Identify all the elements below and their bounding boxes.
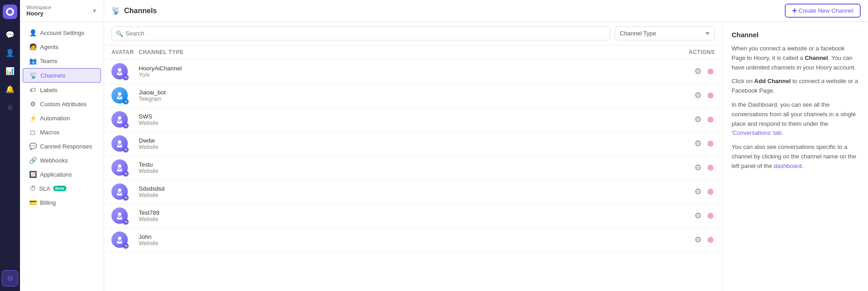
channel-delete-button[interactable]: ⊗ <box>706 114 715 124</box>
table-row: ⚙ Sdsdsdsd Website ⚙ ⊗ <box>104 180 722 204</box>
svg-point-41 <box>120 241 121 242</box>
svg-point-2 <box>118 68 121 72</box>
channel-name: Dwdw <box>139 137 669 144</box>
svg-point-37 <box>118 237 121 240</box>
channel-name: SWS <box>139 113 669 120</box>
sidebar-item-label: Teams <box>40 58 57 64</box>
channel-avatar: ⚙ <box>111 232 139 248</box>
macros-icon: ◻ <box>29 128 36 136</box>
sidebar-item-label: Webhooks <box>40 157 68 164</box>
sidebar-item-label: Applications <box>40 171 72 178</box>
nav-icon-notifications[interactable]: 🔔 <box>2 81 18 97</box>
channel-type-select[interactable]: Channel Type Website Telegram YoAi <box>615 26 715 40</box>
sidebar-item-agents[interactable]: 🧑 Agents <box>23 40 101 54</box>
channel-type: Website <box>139 120 669 126</box>
sidebar-item-label: Billing <box>40 199 56 206</box>
info-panel-p1: When you connect a website or a facebook… <box>732 44 859 72</box>
svg-point-1 <box>8 10 12 14</box>
table-row: ⚙ Dwdw Website ⚙ ⊗ <box>104 132 722 156</box>
svg-point-7 <box>118 92 121 96</box>
svg-point-15 <box>119 121 120 122</box>
channel-settings-button[interactable]: ⚙ <box>693 66 702 76</box>
webhooks-icon: 🔗 <box>29 157 36 164</box>
channel-settings-button[interactable]: ⚙ <box>693 138 702 148</box>
channel-settings-button[interactable]: ⚙ <box>693 114 702 124</box>
svg-point-5 <box>119 73 120 74</box>
sidebar-item-label: Automation <box>40 115 70 122</box>
channel-delete-button[interactable]: ⊗ <box>706 138 715 148</box>
sidebar-item-channels[interactable]: 📡 Channels <box>23 68 101 83</box>
channel-settings-button[interactable]: ⚙ <box>693 211 702 221</box>
channel-avatar: ⚙ <box>111 159 139 176</box>
nav-icon-contacts[interactable]: 👤 <box>2 44 18 61</box>
channel-actions: ⚙ ⊗ <box>669 90 715 100</box>
info-panel-p4: You can also see conversations specific … <box>732 143 859 171</box>
workspace-label: Workspace <box>26 5 51 10</box>
channel-delete-button[interactable]: ⊗ <box>706 187 715 197</box>
search-input[interactable] <box>111 26 610 40</box>
channel-delete-button[interactable]: ⊗ <box>706 211 715 221</box>
nav-icon-settings[interactable]: ⚙ <box>2 270 18 286</box>
content-area: 🔍 Channel Type Website Telegram YoAi Ava… <box>104 22 868 291</box>
svg-point-17 <box>118 140 121 144</box>
channel-settings-button[interactable]: ⚙ <box>693 90 702 100</box>
channel-settings-button[interactable]: ⚙ <box>693 235 702 245</box>
sidebar-item-applications[interactable]: 🔲 Applications <box>23 168 101 181</box>
sidebar-item-custom-attributes[interactable]: ⚙ Custom Attributes <box>23 97 101 111</box>
sidebar-item-label: SLA <box>39 185 50 192</box>
create-new-channel-button[interactable]: ✚ Create New Channel <box>785 4 861 18</box>
sidebar-item-label: Custom Attributes <box>40 101 87 108</box>
svg-point-22 <box>118 164 121 168</box>
channel-type: YoAi <box>139 72 669 78</box>
workspace-chevron-icon[interactable]: ▼ <box>92 8 97 14</box>
sidebar-item-label: Channels <box>40 72 65 79</box>
info-panel-p2: Click on Add Channel to connect a websit… <box>732 77 859 96</box>
channel-avatar: ⚙ <box>111 87 139 104</box>
page-title-area: 📡 Channels <box>111 6 157 15</box>
channel-actions: ⚙ ⊗ <box>669 163 715 173</box>
channel-type: Telegram <box>139 96 669 102</box>
channel-settings-button[interactable]: ⚙ <box>693 163 702 173</box>
svg-point-25 <box>119 169 120 170</box>
sidebar-item-label: Macros <box>40 129 60 136</box>
page-icon: 📡 <box>111 6 120 15</box>
channel-delete-button[interactable]: ⊗ <box>706 235 715 245</box>
icon-bar: 💬 👤 📊 🔔 ☆ ⚙ <box>0 0 20 291</box>
channel-info: Testu Website <box>139 161 669 174</box>
channel-actions: ⚙ ⊗ <box>669 187 715 197</box>
channel-info: SWS Website <box>139 113 669 126</box>
svg-point-4 <box>118 73 119 74</box>
sidebar-item-macros[interactable]: ◻ Macros <box>23 125 101 139</box>
channel-settings-button[interactable]: ⚙ <box>693 187 702 197</box>
channel-delete-button[interactable]: ⊗ <box>706 163 715 173</box>
channel-name: Test789 <box>139 209 669 216</box>
sidebar-item-sla[interactable]: ⏱ SLA Beta <box>23 182 101 195</box>
sidebar-item-billing[interactable]: 💳 Billing <box>23 196 101 209</box>
sidebar-item-account-settings[interactable]: 👤 Account Settings <box>23 26 101 39</box>
sidebar-item-canned-responses[interactable]: 💬 Canned Responses <box>23 139 101 153</box>
svg-point-21 <box>120 145 121 146</box>
nav-icon-starred[interactable]: ☆ <box>2 99 18 115</box>
channel-actions: ⚙ ⊗ <box>669 211 715 221</box>
svg-point-36 <box>120 217 121 218</box>
sidebar-header: Workspace Hoory ▼ <box>20 0 104 22</box>
channels-list: ⚙ HooryAiChannel YoAi ⚙ ⊗ <box>104 59 722 291</box>
channel-delete-button[interactable]: ⊗ <box>706 90 715 100</box>
billing-icon: 💳 <box>29 199 36 206</box>
sidebar-item-teams[interactable]: 👥 Teams <box>23 54 101 68</box>
nav-icon-reports[interactable]: 📊 <box>2 63 18 79</box>
sidebar-item-labels[interactable]: 🏷 Labels <box>23 83 101 97</box>
highlight-conversations-tab: 'Conversations' tab <box>732 129 782 136</box>
channels-panel: 🔍 Channel Type Website Telegram YoAi Ava… <box>104 22 722 291</box>
channel-info: Test789 Website <box>139 209 669 222</box>
svg-point-6 <box>120 73 121 74</box>
sidebar-item-automation[interactable]: ⚡ Automation <box>23 111 101 125</box>
channel-avatar: ⚙ <box>111 135 139 152</box>
nav-icon-conversations[interactable]: 💬 <box>2 26 18 43</box>
svg-point-11 <box>120 97 121 98</box>
sidebar-item-webhooks[interactable]: 🔗 Webhooks <box>23 153 101 167</box>
svg-point-10 <box>119 97 120 98</box>
channel-name: John <box>139 233 669 240</box>
channel-delete-button[interactable]: ⊗ <box>706 66 715 76</box>
channel-info: Jiaoai_bot Telegram <box>139 89 669 102</box>
